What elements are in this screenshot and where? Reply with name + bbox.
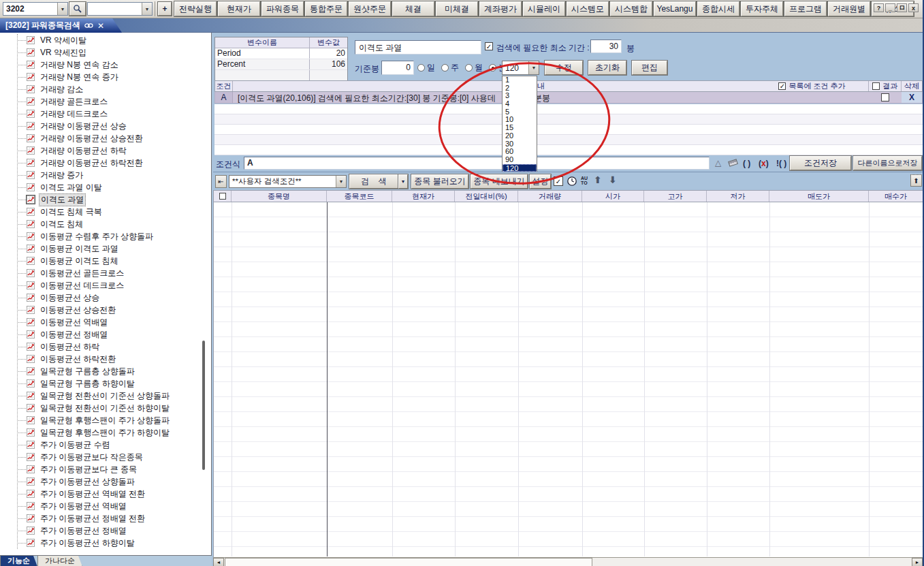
paren-op-icon[interactable]: ( ) — [743, 159, 750, 168]
tree-item[interactable]: 이동평균선 데드크로스 — [0, 279, 211, 292]
result-column-header[interactable]: 고가 — [644, 191, 707, 202]
export-symbols-button[interactable]: 종목 내보내기 — [471, 174, 528, 189]
quick-menu-button[interactable]: 시스템합 — [610, 1, 652, 16]
select-all-checkbox[interactable] — [214, 191, 232, 202]
save-as-button[interactable]: 다른이름으로저장 — [853, 156, 922, 170]
collapse-left-icon[interactable]: ⇤ — [215, 175, 227, 188]
sidebar-scrollbar-thumb[interactable] — [202, 341, 205, 470]
tree-item[interactable]: 이동평균선 하락전환 — [0, 353, 211, 365]
period-radio-option[interactable]: 월 — [465, 62, 483, 74]
tree-item[interactable]: 주가 이동평균보다 큰 종목 — [0, 463, 211, 475]
min-period-checkbox[interactable]: ✓ — [485, 42, 493, 50]
minute-dropdown-option[interactable]: 90 — [503, 156, 537, 164]
tree-item[interactable]: 이동평균선 하락 — [0, 341, 211, 353]
quick-menu-button[interactable]: 계좌평가 — [479, 1, 522, 16]
search-condition-combo[interactable]: **사용자 검색조건** ▼ — [229, 175, 347, 188]
base-bar-input[interactable]: 0 — [381, 61, 414, 75]
tree-item[interactable]: 거래량 감소 — [0, 83, 211, 95]
result-column-header[interactable]: 시가 — [582, 191, 644, 202]
quick-menu-button[interactable]: 통합주문 — [305, 1, 347, 16]
tree-item[interactable]: 이동평균 이격도 과열 — [0, 242, 211, 255]
eraser-icon[interactable] — [728, 159, 738, 167]
scroll-left-icon[interactable]: ◄ — [213, 558, 224, 566]
quick-menu-button[interactable]: 미체결 — [436, 1, 478, 16]
result-table-body[interactable] — [213, 202, 924, 557]
result-column-header[interactable]: 매수가 — [869, 191, 923, 202]
quick-menu-button[interactable]: 프로그램 — [784, 1, 827, 16]
auto-sort-icon[interactable]: AU TO — [581, 176, 588, 185]
tree-item[interactable]: 거래량 이동평균선 하락 — [0, 144, 211, 157]
variable-row[interactable]: Period 20 — [215, 48, 347, 59]
tab-close-icon[interactable]: ✕ — [97, 21, 104, 31]
load-symbols-button[interactable]: 종목 불러오기 — [411, 174, 468, 189]
tree-item[interactable]: 거래량 증가 — [0, 169, 211, 181]
tree-item[interactable]: 주가 이동평균선 정배열 전환 — [0, 512, 211, 524]
search-button[interactable] — [69, 2, 86, 16]
tree-item[interactable]: 일목균형 후행스팬이 주가 하향이탈 — [0, 426, 211, 439]
tree-item[interactable]: 거래량 데드크로스 — [0, 108, 211, 120]
tree-item[interactable]: 일목균형 후행스팬이 주가 상향돌파 — [0, 414, 211, 426]
active-document-tab[interactable]: [3202] 파워종목검색 ✕ — [0, 18, 122, 33]
window-control-button[interactable]: ? — [874, 3, 884, 12]
tree-item[interactable]: 거래량 이동평균선 상승 — [0, 120, 211, 132]
tree-item[interactable]: 거래량 N봉 연속 감소 — [0, 59, 211, 71]
paren-x-op-icon[interactable]: (x) — [759, 159, 769, 168]
scrollbar-thumb[interactable] — [225, 558, 592, 566]
window-control-button[interactable]: ロ — [897, 3, 907, 12]
tree-item[interactable]: 주가 이동평균선 하향이탈 — [0, 537, 211, 549]
tree-item[interactable]: 이격도 침체 극복 — [0, 206, 211, 218]
screen-code-combo[interactable]: 3202 ▼ — [3, 2, 68, 16]
tree-item[interactable]: 일목균형 전환선이 기준선 하향이탈 — [0, 402, 211, 414]
checkbox-icon[interactable] — [872, 82, 880, 90]
checkbox-icon[interactable]: ✓ — [778, 82, 786, 90]
edit-button[interactable]: 편집 — [632, 61, 667, 75]
min-period-input[interactable]: 30 — [590, 40, 622, 53]
sidebar-sort-tab[interactable]: 가나다순 — [37, 556, 82, 566]
period-radio-option[interactable]: 주 — [441, 62, 459, 74]
quick-menu-button[interactable]: 전략실행 — [174, 1, 217, 16]
tree-item[interactable]: 주가 이동평균선 역배열 — [0, 500, 211, 512]
clock-icon[interactable] — [567, 176, 577, 187]
col-add-to-list[interactable]: ✓ 목록에 조건 추가 — [756, 81, 870, 91]
quick-menu-button[interactable]: YesLangu — [654, 1, 696, 16]
quick-menu-button[interactable]: 투자주체 — [741, 1, 783, 16]
expression-input[interactable]: A — [244, 157, 710, 170]
tree-item[interactable]: 거래량 골든크로스 — [0, 95, 211, 108]
tree-item[interactable]: 주가 이동평균 수렴 — [0, 439, 211, 451]
quick-menu-button[interactable]: 시뮬레이 — [523, 1, 565, 16]
result-column-header[interactable]: 전일대비(%) — [455, 191, 518, 202]
not-paren-op-icon[interactable]: !( ) — [776, 159, 786, 168]
minute-dropdown-option[interactable]: 20 — [503, 132, 537, 140]
tree-item[interactable]: 일목균형 구름층 상향돌파 — [0, 365, 211, 377]
period-radio-option[interactable]: 일 — [417, 62, 435, 74]
chevron-down-icon[interactable]: ▼ — [336, 176, 346, 187]
tree-item[interactable]: 이동평균선 상승 — [0, 292, 211, 304]
triangle-icon[interactable]: △ — [715, 158, 721, 168]
quick-menu-button[interactable]: 종합시세 — [697, 1, 739, 16]
modify-button[interactable]: 수정 — [545, 61, 583, 75]
tree-item[interactable]: 주가 이동평균보다 작은종목 — [0, 451, 211, 463]
tree-item[interactable]: 거래량 이동평균선 상승전환 — [0, 132, 211, 144]
quick-menu-button[interactable]: 체결 — [392, 1, 434, 16]
tree-item[interactable]: 일목균형 구름층 하향이탈 — [0, 377, 211, 390]
result-column-header[interactable]: 거래량 — [518, 191, 582, 202]
condition-name-input[interactable]: 이격도 과열 — [355, 40, 481, 54]
result-column-header[interactable]: 매도가 — [769, 191, 869, 202]
save-condition-button[interactable]: 조건저장 — [790, 156, 851, 170]
tree-item[interactable]: 이동평균 수렴후 주가 상향돌파 — [0, 230, 211, 242]
sidebar-sort-tab[interactable]: 기능순 — [0, 556, 37, 566]
minute-dropdown-option[interactable]: 120 — [503, 164, 537, 172]
tree-item[interactable]: 이격도 과열 이탈 — [0, 181, 211, 193]
tree-item[interactable]: 이동평균선 골든크로스 — [0, 267, 211, 279]
delete-condition-button[interactable]: X — [902, 92, 922, 103]
auto-check-icon[interactable]: ✓ — [554, 176, 563, 186]
tree-item[interactable]: 주가 이동평균선 정배열 — [0, 524, 211, 537]
add-screen-button[interactable]: + — [158, 2, 172, 16]
horizontal-scrollbar[interactable]: ◄ ► — [213, 557, 924, 566]
sort-down-icon[interactable]: ⬇ — [609, 174, 617, 185]
quick-menu-button[interactable]: 파워종목 — [261, 1, 304, 16]
search-run-button[interactable]: 검 색 — [349, 174, 398, 189]
chevron-down-icon[interactable]: ▼ — [57, 3, 67, 15]
settings-button[interactable]: 설정 — [530, 174, 551, 189]
tree-item[interactable]: 거래량 이동평균선 하락전환 — [0, 157, 211, 169]
